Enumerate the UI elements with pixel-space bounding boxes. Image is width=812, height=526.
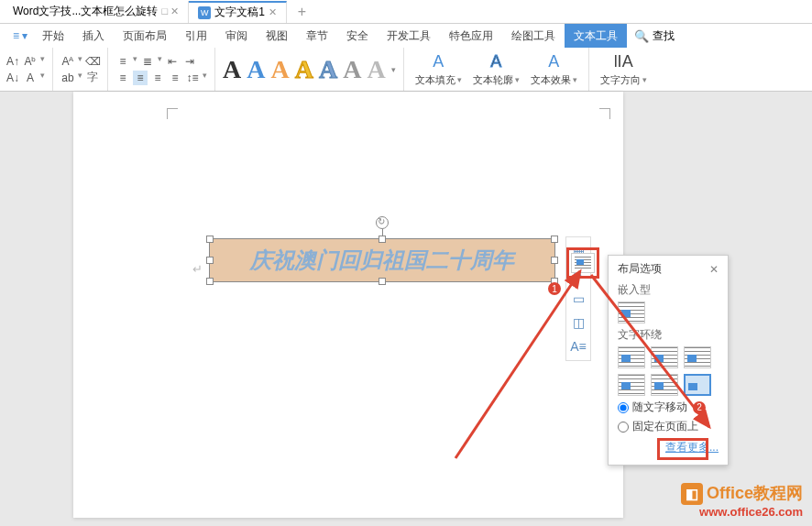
text-fill-button[interactable]: A文本填充▾ bbox=[411, 52, 466, 87]
wrap-front[interactable] bbox=[684, 374, 711, 396]
tab-page-layout[interactable]: 页面布局 bbox=[114, 24, 176, 48]
tab-references[interactable]: 引用 bbox=[176, 24, 216, 48]
tab-features[interactable]: 特色应用 bbox=[440, 24, 502, 48]
paragraph-mark-icon: ↵ bbox=[192, 262, 203, 276]
layout-options-panel: 布局选项 ✕ 嵌入型 文字环绕 随文字移动 2 固定在页面上 查看更多... bbox=[608, 255, 729, 466]
margin-corner-tl bbox=[167, 108, 178, 119]
align-center-icon[interactable]: ≡ bbox=[133, 71, 148, 85]
tab-text-tools[interactable]: 文本工具 bbox=[565, 24, 627, 48]
wordart-style-2[interactable]: A bbox=[247, 55, 265, 84]
tab-bar: Word文字技...文本框怎么旋转 □ ✕ W 文字文稿1 ✕ + bbox=[0, 0, 812, 24]
inline-label: 嵌入型 bbox=[618, 282, 719, 298]
wrap-behind[interactable] bbox=[651, 374, 678, 396]
search-area[interactable]: 🔍 查找 bbox=[634, 28, 675, 44]
wrap-tight[interactable] bbox=[651, 346, 678, 368]
radio-fixed-input[interactable] bbox=[618, 422, 629, 433]
rotate-handle[interactable] bbox=[376, 216, 389, 229]
wrap-inline[interactable] bbox=[618, 301, 645, 323]
new-tab-button[interactable]: + bbox=[287, 4, 317, 20]
align-right-icon[interactable]: ≡ bbox=[150, 71, 165, 85]
justify-icon[interactable]: ≡ bbox=[168, 71, 182, 85]
line-spacing-icon[interactable]: ↕≡ bbox=[185, 71, 200, 85]
wordart-styles-group: A A A A A A A ▾ bbox=[223, 48, 404, 91]
ribbon-tabs: ≡ ▾ 开始 插入 页面布局 引用 审阅 视图 章节 安全 开发工具 特色应用 … bbox=[0, 24, 812, 48]
wordart-style-3[interactable]: A bbox=[270, 55, 289, 84]
handle-nw[interactable] bbox=[206, 236, 214, 243]
doc-icon: W bbox=[198, 6, 211, 19]
tab-close-icon[interactable]: ✕ bbox=[269, 6, 277, 18]
font-effects-group: Aᴬ▾⌫ ab▾字 bbox=[60, 48, 108, 91]
text-outline-button[interactable]: A文本轮廓▾ bbox=[469, 52, 523, 87]
wordart-style-5[interactable]: A bbox=[319, 55, 337, 84]
radio-move-input[interactable] bbox=[618, 402, 629, 413]
clear-format-icon[interactable]: ⌫ bbox=[85, 54, 100, 69]
side-crop-icon[interactable]: ◫ bbox=[568, 312, 588, 333]
align-left-icon[interactable]: ≡ bbox=[115, 71, 130, 85]
handle-s[interactable] bbox=[379, 278, 386, 285]
layout-panel-title: 布局选项 bbox=[618, 261, 662, 277]
tab-chapters[interactable]: 章节 bbox=[297, 24, 337, 48]
font-color-icon[interactable]: A bbox=[23, 71, 38, 85]
textbox-text[interactable]: 庆祝澳门回归祖国二十周年 bbox=[250, 246, 514, 275]
tab-developer[interactable]: 开发工具 bbox=[378, 24, 440, 48]
char-format-icon[interactable]: 字 bbox=[85, 71, 100, 85]
decrease-font-icon[interactable]: A↓ bbox=[5, 71, 20, 85]
handle-n[interactable] bbox=[379, 236, 386, 243]
numbering-icon[interactable]: ≣ bbox=[140, 54, 155, 69]
tab-label: 文字文稿1 bbox=[214, 5, 265, 20]
text-direction-button[interactable]: lIA文字方向▾ bbox=[597, 52, 651, 87]
wrap-label: 文字环绕 bbox=[618, 327, 719, 343]
highlight-icon[interactable]: ab bbox=[60, 71, 75, 85]
watermark: ◧Office教程网 www.office26.com bbox=[681, 482, 803, 519]
wordart-style-1[interactable]: A bbox=[223, 55, 241, 84]
indent-right-icon[interactable]: ⇥ bbox=[182, 54, 197, 69]
text-effect-button[interactable]: A文本效果▾ bbox=[527, 52, 581, 87]
wrap-through[interactable] bbox=[684, 346, 711, 368]
side-gallery-icon[interactable]: ▭ bbox=[568, 289, 588, 309]
annotation-badge-2: 2 bbox=[693, 401, 706, 414]
paragraph-group: ≡▾ ≣▾ ⇤ ⇥ ≡ ≡ ≡ ≡ ↕≡▾ bbox=[115, 48, 215, 91]
tab-view[interactable]: 视图 bbox=[257, 24, 297, 48]
tab-security[interactable]: 安全 bbox=[337, 24, 378, 48]
font-style-icon[interactable]: Aᵇ bbox=[23, 54, 38, 69]
textbox-selection[interactable]: 庆祝澳门回归祖国二十周年 1 bbox=[209, 238, 555, 282]
tab-start[interactable]: 开始 bbox=[33, 24, 73, 48]
radio-move-with-text[interactable]: 随文字移动 2 bbox=[618, 400, 719, 415]
watermark-icon: ◧ bbox=[681, 483, 703, 505]
ribbon-content: A↑Aᵇ▾ A↓A▾ Aᴬ▾⌫ ab▾字 ≡▾ ≣▾ ⇤ ⇥ ≡ ≡ ≡ ≡ ↕… bbox=[0, 48, 812, 92]
menu-icon[interactable]: ≡ ▾ bbox=[7, 29, 33, 42]
text-direction-group: lIA文字方向▾ bbox=[597, 48, 658, 91]
tab-actions: □ ✕ bbox=[161, 5, 179, 17]
wrap-topbottom[interactable] bbox=[618, 374, 645, 396]
search-icon: 🔍 bbox=[634, 29, 649, 43]
wordart-style-7[interactable]: A bbox=[367, 55, 385, 84]
wordart-style-6[interactable]: A bbox=[343, 55, 361, 84]
bullets-icon[interactable]: ≡ bbox=[115, 54, 130, 69]
handle-ne[interactable] bbox=[551, 236, 558, 243]
tab-label: Word文字技...文本框怎么旋转 bbox=[13, 4, 158, 19]
side-textbox-icon[interactable]: A≡ bbox=[568, 336, 588, 356]
tab-insert[interactable]: 插入 bbox=[73, 24, 114, 48]
margin-corner-tr bbox=[599, 108, 610, 119]
handle-e[interactable] bbox=[551, 257, 558, 264]
textbox[interactable]: 庆祝澳门回归祖国二十周年 bbox=[209, 238, 555, 282]
document-canvas[interactable]: ↵ 庆祝澳门回归祖国二十周年 1 ▦ ✎ ▭ ◫ A≡ bbox=[73, 92, 623, 518]
annotation-badge-1: 1 bbox=[548, 282, 561, 295]
handle-sw[interactable] bbox=[206, 278, 214, 285]
tab-review[interactable]: 审阅 bbox=[216, 24, 257, 48]
font-effect-icon[interactable]: Aᴬ bbox=[60, 54, 75, 69]
radio-fixed-position[interactable]: 固定在页面上 bbox=[618, 419, 719, 434]
handle-w[interactable] bbox=[206, 257, 214, 264]
wordart-more-icon[interactable]: ▾ bbox=[391, 65, 396, 74]
close-icon[interactable]: ✕ bbox=[709, 263, 719, 276]
wrap-square[interactable] bbox=[618, 346, 645, 368]
wordart-style-4[interactable]: A bbox=[295, 55, 313, 84]
layout-options-button[interactable] bbox=[571, 253, 595, 273]
indent-left-icon[interactable]: ⇤ bbox=[165, 54, 180, 69]
increase-font-icon[interactable]: A↑ bbox=[5, 54, 20, 69]
tab-document-1[interactable]: Word文字技...文本框怎么旋转 □ ✕ bbox=[4, 1, 189, 23]
search-label: 查找 bbox=[653, 28, 675, 44]
tab-drawing-tools[interactable]: 绘图工具 bbox=[502, 24, 565, 48]
tab-document-2[interactable]: W 文字文稿1 ✕ bbox=[189, 1, 287, 23]
see-more-link[interactable]: 查看更多... bbox=[665, 441, 719, 454]
